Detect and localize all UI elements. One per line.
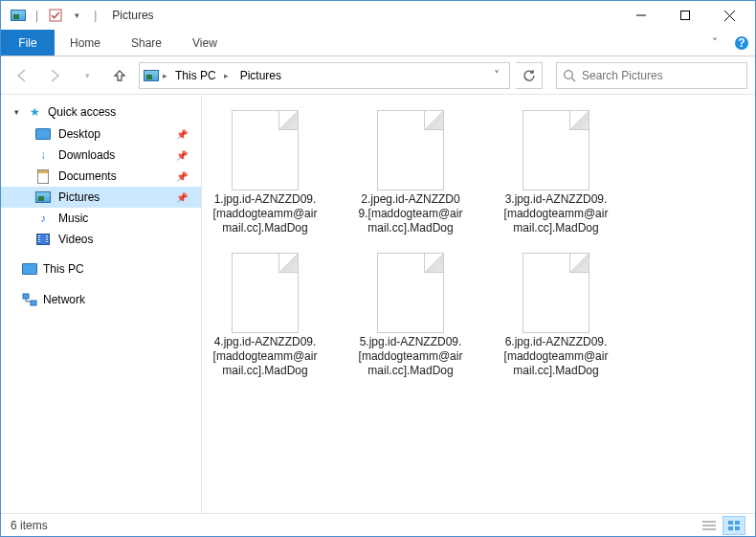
svg-line-8 [572,78,576,81]
sidebar-item-label: Documents [58,169,117,183]
file-item[interactable]: 4.jpg.id-AZNZZD09.[maddogteamm@airmail.c… [211,253,319,378]
downloads-icon: ↓ [35,147,51,163]
network-icon [22,292,37,307]
qat-sep2: | [94,9,97,22]
back-button[interactable] [9,62,35,89]
qat-dropdown-icon[interactable]: ▾ [69,8,84,23]
star-icon: ★ [27,104,42,120]
view-details-button[interactable] [698,516,721,535]
pin-icon: 📌 [176,150,188,161]
address-bar: ▾ ▸ This PC▸ Pictures ˅ [1,56,755,95]
file-name-label: 6.jpg.id-AZNZZD09.[maddogteamm@airmail.c… [502,335,610,378]
monitor-icon [22,261,37,277]
search-input[interactable] [582,69,741,82]
search-box[interactable] [556,62,747,89]
sidebar-item-label: Music [58,212,88,225]
status-bar: 6 items [1,513,755,536]
close-button[interactable] [707,1,751,30]
sidebar-this-pc[interactable]: This PC [1,259,201,280]
sidebar-item-label: Desktop [58,127,100,141]
crumb-this-pc-label: This PC [175,69,216,82]
maximize-button[interactable] [663,1,707,30]
music-icon: ♪ [35,211,51,226]
expand-ribbon-icon[interactable]: ˅ [701,30,728,56]
crumb-pictures-label: Pictures [240,69,281,82]
file-name-label: 5.jpg.id-AZNZZD09.[maddogteamm@airmail.c… [357,335,464,378]
tab-view[interactable]: View [177,30,233,56]
sidebar-item-music[interactable]: ♪Music [1,208,201,229]
file-name-label: 3.jpg.id-AZNZZD09.[maddogteamm@airmail.c… [502,192,610,235]
address-dropdown-icon[interactable]: ˅ [488,69,505,82]
videos-icon [35,232,51,247]
file-item[interactable]: 5.jpg.id-AZNZZD09.[maddogteamm@airmail.c… [357,253,464,378]
sidebar-item-videos[interactable]: Videos [1,229,201,250]
qat-sep: | [35,9,38,22]
sidebar-this-pc-label: This PC [43,262,84,276]
sidebar-item-documents[interactable]: Documents📌 [1,166,201,187]
pictures-icon [35,190,51,205]
documents-icon [35,168,51,184]
pin-icon: 📌 [176,171,188,182]
svg-rect-14 [728,521,733,525]
svg-rect-2 [681,11,690,20]
sidebar-item-label: Downloads [58,148,115,162]
breadcrumb[interactable]: ▸ This PC▸ Pictures ˅ [139,62,510,89]
svg-rect-17 [735,526,740,530]
sidebar-item-pictures[interactable]: Pictures📌 [1,187,201,208]
file-name-label: 1.jpg.id-AZNZZD09.[maddogteamm@airmail.c… [211,192,319,235]
file-thumb-icon [232,253,299,333]
file-thumb-icon [377,110,444,190]
svg-rect-9 [23,294,29,299]
view-large-icons-button[interactable] [723,516,745,535]
svg-point-7 [565,70,573,78]
chevron-right-icon[interactable]: ▸ [224,71,229,80]
help-icon[interactable]: ? [728,30,755,56]
sidebar-item-downloads[interactable]: ↓Downloads📌 [1,145,201,166]
status-item-count: 6 items [11,519,48,532]
sidebar-network-label: Network [43,293,85,306]
sidebar-item-label: Pictures [58,190,100,204]
svg-rect-16 [728,526,733,530]
file-name-label: 2.jpeg.id-AZNZZD09.[maddogteam@airmail.c… [357,192,464,235]
up-button[interactable] [106,62,133,89]
tab-home[interactable]: Home [55,30,116,56]
pin-icon: 📌 [176,192,188,203]
tab-share[interactable]: Share [116,30,177,56]
sidebar-quick-access-label: Quick access [48,105,116,119]
crumb-pictures[interactable]: Pictures [236,69,285,82]
minimize-button[interactable] [619,1,663,30]
navigation-pane: ▾ ★ Quick access Desktop📌↓Downloads📌Docu… [1,95,202,513]
pin-icon: 📌 [176,129,188,140]
file-name-label: 4.jpg.id-AZNZZD09.[maddogteamm@airmail.c… [211,335,319,378]
file-item[interactable]: 1.jpg.id-AZNZZD09.[maddogteamm@airmail.c… [211,110,319,235]
recent-dropdown[interactable]: ▾ [74,62,100,89]
file-item[interactable]: 2.jpeg.id-AZNZZD09.[maddogteam@airmail.c… [357,110,464,235]
file-thumb-icon [523,253,589,333]
titlebar: | ▾ | Pictures [1,1,755,30]
window-title: Pictures [112,9,153,22]
chevron-right-icon[interactable]: ▸ [163,71,167,80]
svg-text:?: ? [738,36,745,50]
file-thumb-icon [232,110,299,190]
desktop-icon [35,126,51,142]
crumb-this-pc[interactable]: This PC▸ [171,69,233,82]
file-tab[interactable]: File [1,30,55,56]
forward-button[interactable] [41,62,68,89]
file-list[interactable]: 1.jpg.id-AZNZZD09.[maddogteamm@airmail.c… [202,95,755,513]
svg-rect-10 [31,301,36,305]
file-item[interactable]: 6.jpg.id-AZNZZD09.[maddogteamm@airmail.c… [502,253,610,378]
sidebar-quick-access[interactable]: ▾ ★ Quick access [1,102,201,123]
file-item[interactable]: 3.jpg.id-AZNZZD09.[maddogteamm@airmail.c… [502,110,610,235]
refresh-button[interactable] [516,62,543,89]
chevron-down-icon[interactable]: ▾ [14,107,19,117]
sidebar-item-label: Videos [58,233,93,246]
app-icon [11,8,26,23]
file-thumb-icon [523,110,589,190]
ribbon: File Home Share View ˅ ? [1,30,755,56]
sidebar-network[interactable]: Network [1,290,201,311]
svg-rect-15 [735,521,740,525]
file-thumb-icon [377,253,444,333]
search-icon [563,69,576,82]
qat-properties-icon[interactable] [48,8,63,23]
sidebar-item-desktop[interactable]: Desktop📌 [1,123,201,145]
